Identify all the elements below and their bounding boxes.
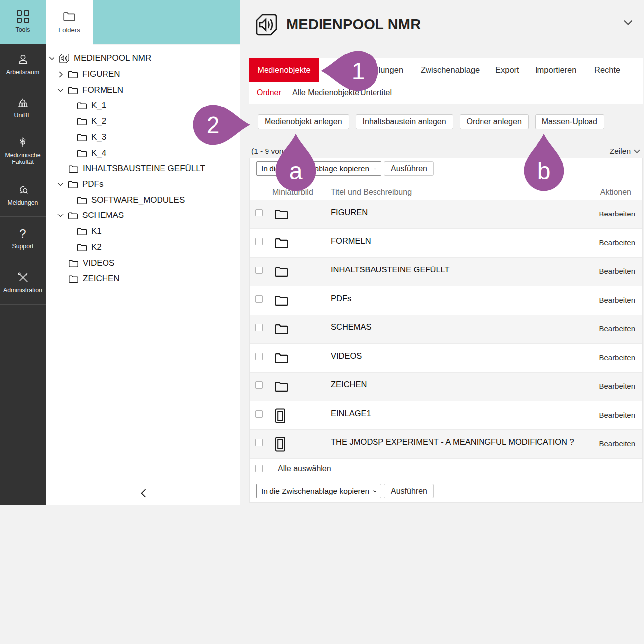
tree-node-k1-schemas[interactable]: K1 [77, 225, 102, 237]
folder-icon [68, 180, 78, 189]
chevron-down-icon[interactable] [57, 88, 64, 92]
tab-rechte[interactable]: Rechte [594, 65, 620, 75]
folder-icon [77, 243, 87, 252]
row-checkbox[interactable] [255, 324, 263, 331]
annotation-marker-a: a [273, 132, 319, 194]
chevron-right-icon[interactable] [57, 71, 64, 78]
row-title[interactable]: THE JMODSP EXPERIMENT - A MEANINGFUL MOD… [331, 437, 574, 447]
tree-node-k2-formeln[interactable]: K_2 [77, 115, 106, 127]
row-checkbox[interactable] [255, 267, 263, 274]
folder-icon [77, 149, 87, 158]
create-media-object-button[interactable]: Medienobjekt anlegen [258, 114, 349, 129]
sidebar-item-label: Medizinische Fakultät [0, 152, 46, 166]
table-row: EINLAGE1 Bearbeiten [250, 401, 642, 430]
edit-link[interactable]: Bearbeiten [599, 382, 635, 390]
sidebar-item-administration[interactable]: Administration [0, 261, 46, 305]
folder-icon [274, 352, 289, 364]
row-title[interactable]: FORMELN [331, 236, 371, 246]
table-row: FIGUREN Bearbeiten [250, 200, 642, 229]
edit-link[interactable]: Bearbeiten [599, 353, 635, 362]
tree-node-inhaltsbausteine[interactable]: INHALTSBAUSTEINE GEFÜLLT [68, 163, 205, 175]
row-checkbox[interactable] [255, 238, 263, 245]
tree-node-videos[interactable]: VIDEOS [68, 257, 114, 269]
tree-node-software-modules[interactable]: SOFTWARE_MODULES [77, 194, 185, 206]
row-checkbox[interactable] [255, 381, 263, 389]
folder-icon [77, 133, 87, 142]
tree-node-root[interactable]: MEDIENPOOL NMR [49, 53, 151, 64]
tree-node-pdfs[interactable]: PDFs [57, 178, 104, 190]
tools-label: Tools [15, 26, 30, 33]
tree-node-label: K_3 [91, 132, 106, 142]
create-folder-button[interactable]: Ordner anlegen [460, 114, 529, 129]
collapse-header-chevron-icon[interactable] [623, 20, 633, 25]
chevron-down-icon[interactable] [57, 182, 64, 186]
tree-node-k2-schemas[interactable]: K2 [77, 241, 102, 253]
row-title[interactable]: EINLAGE1 [331, 409, 371, 418]
execute-button-bottom[interactable]: Ausführen [384, 484, 434, 498]
edit-link[interactable]: Bearbeiten [599, 439, 635, 448]
row-title[interactable]: SCHEMAS [331, 322, 372, 332]
sidebar-item-meldungen[interactable]: Meldungen [0, 173, 46, 217]
row-title[interactable]: VIDEOS [331, 351, 362, 361]
subtab-ordner[interactable]: Ordner [257, 88, 281, 97]
rows-dropdown[interactable]: Zeilen [610, 147, 640, 156]
tree-node-formeln[interactable]: FORMELN [57, 84, 123, 96]
edit-link[interactable]: Bearbeiten [599, 411, 635, 419]
bulk-action-select-bottom[interactable]: In die Zwischenablage kopieren [256, 484, 381, 498]
select-all-label: Alle auswählen [278, 464, 331, 473]
sidebar-item-arbeitsraum[interactable]: Arbeitsraum [0, 44, 46, 86]
folders-label: Folders [58, 26, 80, 34]
row-title[interactable]: PDFs [331, 294, 351, 303]
edit-link[interactable]: Bearbeiten [599, 296, 635, 304]
folder-icon [274, 380, 289, 392]
sidebar-item-support[interactable]: ? Support [0, 217, 46, 261]
row-title[interactable]: INHALTSBAUSTEINE GEFÜLLT [331, 265, 450, 274]
sidebar-item-medizinische-fakultaet[interactable]: Medizinische Fakultät [0, 129, 46, 173]
create-content-snippet-button[interactable]: Inhaltsbaustein anlegen [356, 114, 453, 129]
tab-zwischenablage[interactable]: Zwischenablage [421, 65, 480, 75]
row-checkbox[interactable] [255, 209, 263, 216]
tab-export[interactable]: Export [495, 65, 519, 75]
row-title[interactable]: ZEICHEN [331, 380, 367, 389]
tree-node-schemas[interactable]: SCHEMAS [57, 210, 124, 221]
tree-node-k1-formeln[interactable]: K_1 [77, 100, 106, 111]
select-all-checkbox[interactable] [255, 465, 263, 472]
rows-dropdown-label: Zeilen [610, 147, 631, 156]
tab-importieren[interactable]: Importieren [535, 65, 576, 75]
collapse-tree-button[interactable] [136, 487, 150, 500]
column-header-actions: Aktionen [600, 188, 631, 197]
page-icon [274, 408, 286, 424]
row-title[interactable]: FIGUREN [331, 208, 368, 217]
row-checkbox[interactable] [255, 295, 263, 303]
question-icon: ? [19, 228, 26, 240]
tree-node-figuren[interactable]: FIGUREN [57, 68, 120, 80]
edit-link[interactable]: Bearbeiten [599, 267, 635, 275]
bulk-upload-button[interactable]: Massen-Upload [535, 114, 604, 129]
edit-link[interactable]: Bearbeiten [599, 238, 635, 247]
tree-node-zeichen[interactable]: ZEICHEN [68, 273, 120, 285]
execute-button-top[interactable]: Ausführen [384, 161, 434, 176]
chevron-down-icon[interactable] [49, 56, 55, 60]
folder-icon [77, 196, 87, 205]
marker-label: 2 [198, 110, 228, 140]
folder-icon [77, 101, 87, 110]
tree-node-k4-formeln[interactable]: K_4 [77, 147, 106, 159]
folder-icon [77, 117, 87, 126]
row-checkbox[interactable] [255, 410, 263, 418]
tab-medienobjekte[interactable]: Medienobjekte [249, 58, 319, 82]
tools-toggle[interactable]: Tools [0, 0, 46, 44]
table-row: THE JMODSP EXPERIMENT - A MEANINGFUL MOD… [250, 430, 642, 459]
person-icon [17, 54, 29, 66]
row-checkbox[interactable] [255, 353, 263, 360]
tab-bar: Medienobjekte Einstellungen Zwischenabla… [249, 58, 643, 104]
edit-link[interactable]: Bearbeiten [599, 324, 635, 333]
tree-node-k3-formeln[interactable]: K_3 [77, 131, 106, 143]
row-checkbox[interactable] [255, 439, 263, 446]
sidebar-item-unibe[interactable]: UniBE [0, 86, 46, 129]
table-row: PDFs Bearbeiten [250, 286, 642, 315]
tree-node-label: K2 [91, 242, 102, 252]
chevron-down-icon[interactable] [57, 214, 64, 217]
media-table-card: In die Zwischenablage kopieren Ausführen… [249, 158, 643, 503]
edit-link[interactable]: Bearbeiten [599, 210, 635, 218]
tab-folders[interactable]: Folders [46, 0, 93, 45]
